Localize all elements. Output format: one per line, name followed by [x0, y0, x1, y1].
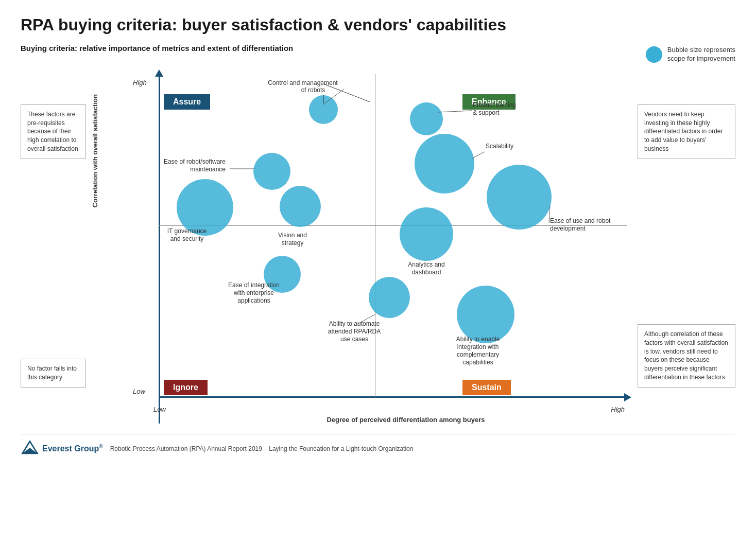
ignore-annotation: No factor falls into this category	[21, 359, 86, 388]
label-analytics: Analytics and	[408, 261, 444, 268]
left-annotations: These factors are pre-requisites because…	[21, 74, 86, 424]
chart-area: High Low Low High Degree of perceived di…	[102, 74, 627, 424]
label-it-governance: IT governance	[167, 227, 207, 235]
left-annot-bottom: No factor falls into this category	[21, 359, 86, 388]
label-automate2: attended RPA/RDA	[328, 328, 381, 335]
footer: Everest Group® Robotic Process Automatio…	[21, 434, 735, 458]
label-scalability: Scalability	[486, 143, 513, 150]
page-title: RPA buying criteria: buyer satisfaction …	[21, 15, 735, 34]
bubble-automate	[369, 277, 410, 318]
left-annot-top: These factors are pre-requisites because…	[21, 104, 86, 159]
label-ability-enable3: complementary	[457, 351, 499, 358]
label-ability-enable4: capabilities	[462, 359, 493, 366]
label-vision-strategy2: strategy	[282, 239, 304, 247]
legend-text: Bubble size representsscope for improvem…	[667, 46, 735, 63]
bubbles-svg: Control and management of robots Product…	[102, 74, 627, 424]
label-ease-maintenance2: maintenance	[190, 166, 226, 173]
right-annot-bottom: Although correlation of these factors wi…	[638, 324, 735, 388]
header-row: Buying criteria: relative importance of …	[21, 44, 735, 63]
bubble-ease-use	[487, 165, 552, 230]
svg-line-3	[472, 152, 485, 159]
label-automate: Ability to automate	[329, 320, 380, 327]
bubble-ease-maintenance	[253, 153, 290, 190]
label-ease-integration3: applications	[237, 297, 270, 304]
label-ability-enable2: integration with	[457, 343, 499, 350]
label-ease-use: Ease of use and robot	[550, 217, 611, 224]
label-product-training: Product training	[473, 101, 516, 109]
label-ease-integration2: with enterprise	[233, 289, 274, 296]
legend-bubble	[646, 46, 662, 63]
bubble-product-training	[410, 102, 443, 135]
label-product-training2: & support	[473, 109, 500, 116]
bubble-legend: Bubble size representsscope for improvem…	[646, 46, 735, 63]
enhance-annotation: Vendors need to keep investing in these …	[638, 104, 735, 159]
sustain-annotation: Although correlation of these factors wi…	[638, 324, 735, 388]
label-ability-enable: Ability to enable	[456, 336, 500, 343]
label-ease-use2: development	[550, 225, 586, 232]
chart-subtitle: Buying criteria: relative importance of …	[21, 44, 293, 52]
footer-logo: Everest Group®	[21, 439, 103, 458]
label-it-governance2: and security	[170, 235, 204, 242]
footer-brand-name: Everest Group®	[42, 444, 103, 453]
bubble-analytics	[400, 207, 453, 261]
everest-group-logo-icon	[21, 439, 39, 458]
bubble-scalability	[415, 134, 474, 194]
chart-wrapper: Correlation with overall satisfaction Hi…	[91, 74, 627, 424]
assure-annotation: These factors are pre-requisites because…	[21, 104, 86, 159]
right-annot-top: Vendors need to keep investing in these …	[638, 104, 735, 159]
bubble-ability-enable	[457, 286, 514, 343]
bubble-vision-strategy	[280, 186, 321, 227]
label-automate3: use cases	[340, 336, 368, 343]
y-axis-label: Correlation with overall satisfaction	[91, 94, 99, 207]
label-analytics2: dashboard	[412, 269, 441, 276]
footer-trademark: ®	[99, 444, 102, 449]
right-annotations: Vendors need to keep investing in these …	[638, 74, 735, 424]
label-ease-integration: Ease of integration	[228, 282, 280, 289]
label-vision-strategy: Vision and	[278, 232, 307, 239]
svg-line-1	[438, 111, 472, 112]
label-ease-maintenance: Ease of robot/software	[164, 158, 226, 165]
chart-container: These factors are pre-requisites because…	[21, 74, 735, 424]
footer-report-text: Robotic Process Automation (RPA) Annual …	[110, 445, 414, 452]
label-control-mgmt2: of robots	[301, 86, 325, 94]
